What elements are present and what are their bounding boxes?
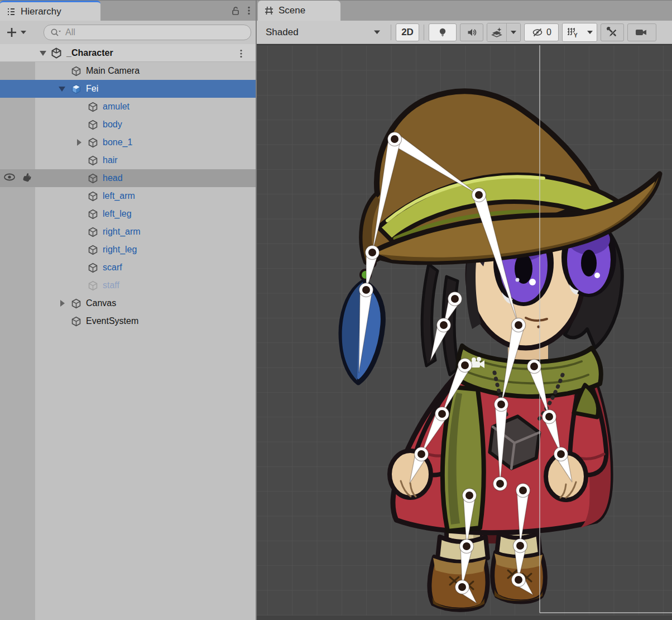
search-icon — [50, 27, 62, 37]
foldout-collapsed-icon[interactable] — [59, 299, 65, 307]
foldout-collapsed-icon[interactable] — [76, 139, 82, 146]
grid-visibility-toggle[interactable]: Y — [563, 23, 583, 41]
hierarchy-menu-kebab-icon[interactable] — [247, 5, 251, 16]
tab-scene[interactable]: Scene — [258, 1, 340, 21]
gameobject-cube-icon — [87, 173, 99, 184]
scene-toolbar: Shaded 2D — [257, 21, 672, 44]
hierarchy-row-fei[interactable]: Fei — [0, 80, 256, 98]
draw-mode-dropdown[interactable]: Shaded — [260, 23, 386, 42]
effects-toggle[interactable] — [487, 23, 506, 41]
eye-icon[interactable] — [3, 172, 16, 182]
bone-joint-hat_top[interactable] — [388, 132, 402, 146]
foldout-expanded-icon[interactable] — [58, 85, 66, 92]
scene-tab-label: Scene — [279, 5, 305, 16]
hierarchy-row-bone-1[interactable]: bone_1 — [0, 133, 256, 151]
pick-hand-icon[interactable] — [21, 172, 33, 183]
hierarchy-row-left-leg[interactable]: left_leg — [0, 205, 256, 223]
bone-joint-hat_tip[interactable] — [366, 246, 380, 260]
bone-joint-feather_top[interactable] — [359, 283, 373, 297]
grid-axis-icon: Y — [566, 26, 579, 39]
bone-joint-l_shoulder[interactable] — [458, 359, 472, 373]
gameobject-cube-icon — [87, 137, 99, 149]
unlock-icon[interactable] — [230, 5, 241, 16]
wrench-pencil-icon — [606, 26, 618, 39]
hierarchy-item-label: scarf — [103, 263, 122, 273]
hierarchy-row-eventsystem[interactable]: EventSystem — [0, 312, 256, 330]
bone-joint-chin[interactable] — [512, 318, 526, 332]
hierarchy-row-head[interactable]: head — [0, 169, 256, 187]
unity-editor-window: Hierarchy — [0, 0, 672, 620]
hierarchy-row-scarf[interactable]: scarf — [0, 259, 256, 276]
bone-joint-r_shoulder[interactable] — [527, 360, 541, 374]
hierarchy-item-label: left_arm — [103, 191, 135, 201]
hierarchy-item-label: bone_1 — [103, 137, 132, 147]
bone-joint-hat_band[interactable] — [472, 188, 486, 202]
bone-joint-l_ankle[interactable] — [455, 580, 469, 594]
bone-joint-l_hip[interactable] — [463, 489, 477, 503]
hidden-objects-toggle[interactable]: 0 — [524, 23, 559, 41]
unity-scene-icon — [50, 47, 63, 59]
hierarchy-row-canvas[interactable]: Canvas — [0, 294, 256, 312]
hierarchy-item-label: Fei — [86, 84, 98, 94]
bone-joint-r_hip[interactable] — [516, 484, 530, 498]
plus-icon — [6, 26, 18, 39]
hidden-count: 0 — [546, 27, 551, 37]
create-object-button[interactable] — [6, 26, 27, 39]
bone-joint-pelvis[interactable] — [493, 477, 507, 491]
hierarchy-row-right-arm[interactable]: right_arm — [0, 223, 256, 241]
tab-hierarchy[interactable]: Hierarchy — [0, 1, 100, 21]
lightbulb-icon — [437, 27, 448, 38]
bone-joint-r_knee[interactable] — [513, 539, 527, 553]
grid-visual-group: Y — [562, 23, 597, 42]
hierarchy-tree: _Character Main Camera Fei amulet body b… — [0, 44, 256, 620]
foldout-expanded-icon[interactable] — [39, 50, 47, 56]
chevron-down-icon — [20, 30, 27, 35]
overlay-tools-button[interactable] — [601, 23, 624, 41]
bone-joint-r_wrist[interactable] — [554, 447, 568, 461]
bone-joint-hair_top[interactable] — [448, 292, 462, 306]
camera-icon — [635, 27, 649, 38]
hierarchy-row-main-camera[interactable]: Main Camera — [0, 62, 256, 80]
hierarchy-row-left-arm[interactable]: left_arm — [0, 187, 256, 205]
effects-layers-icon — [491, 26, 503, 39]
scene-viewport[interactable] — [257, 44, 672, 620]
bone-joint-l_elbow[interactable] — [435, 407, 449, 421]
bone-joint-chest[interactable] — [495, 398, 508, 412]
bone-joint-l_wrist[interactable] — [415, 447, 429, 461]
2d-mode-toggle[interactable]: 2D — [396, 23, 419, 41]
gameobject-cube-icon — [70, 65, 82, 77]
chevron-down-icon — [587, 30, 593, 35]
bone-joint-l_knee[interactable] — [460, 540, 474, 554]
effects-dropdown[interactable] — [507, 23, 520, 41]
hierarchy-item-label: staff — [103, 280, 119, 290]
bone-joint-r_elbow[interactable] — [543, 410, 556, 424]
hierarchy-row-hair[interactable]: hair — [0, 151, 256, 169]
hierarchy-item-label: right_arm — [103, 227, 141, 237]
hierarchy-search-input[interactable]: All — [44, 25, 251, 40]
scene-grid-icon — [263, 5, 275, 16]
speaker-icon — [466, 27, 477, 38]
scene-audio-toggle[interactable] — [460, 23, 483, 41]
hierarchy-panel: Hierarchy — [0, 0, 256, 620]
hierarchy-tabstrip: Hierarchy — [0, 0, 256, 21]
scene-camera-button[interactable] — [627, 23, 656, 41]
bone-joint-r_ankle[interactable] — [512, 573, 526, 587]
hierarchy-row-amulet[interactable]: amulet — [0, 98, 256, 116]
hierarchy-row-staff[interactable]: staff — [0, 276, 256, 294]
gameobject-cube-icon — [87, 101, 99, 113]
grid-settings-dropdown[interactable] — [583, 23, 597, 41]
hierarchy-item-label: hair — [103, 155, 118, 165]
scene-name: _Character — [66, 48, 113, 58]
draw-mode-label: Shaded — [266, 27, 299, 38]
hierarchy-row-right-leg[interactable]: right_leg — [0, 241, 256, 259]
scene-lighting-toggle[interactable] — [429, 23, 457, 41]
scene-tabstrip: Scene — [257, 0, 672, 21]
scene-menu-kebab-icon[interactable] — [239, 49, 243, 59]
svg-text:Y: Y — [574, 32, 578, 39]
scene-header-row[interactable]: _Character — [0, 44, 256, 62]
gameobject-cube-icon — [87, 262, 99, 274]
hierarchy-list-icon — [6, 6, 17, 17]
hierarchy-row-body[interactable]: body — [0, 116, 256, 133]
chevron-down-icon — [510, 30, 517, 35]
bone-joint-hair_mid[interactable] — [437, 318, 451, 332]
